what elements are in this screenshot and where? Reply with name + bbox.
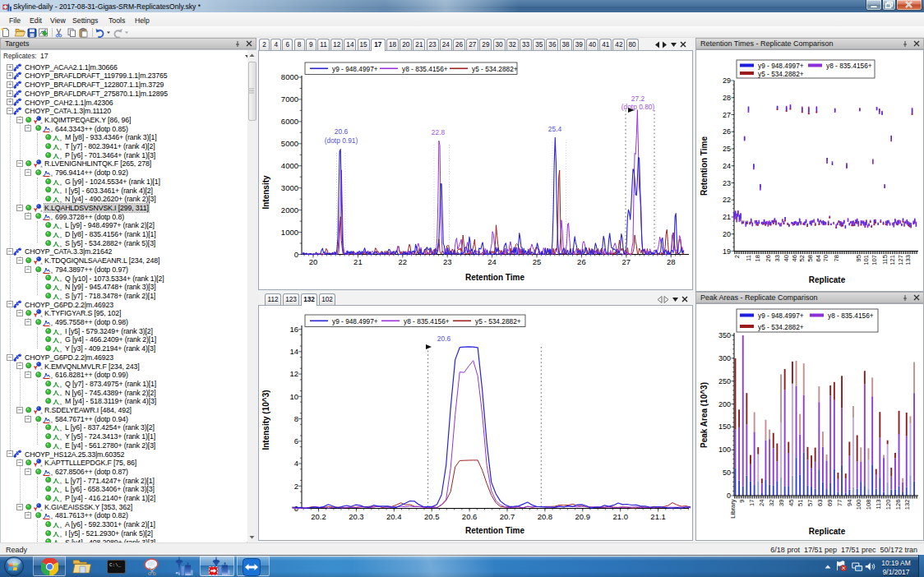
svg-text:52: 52 [798, 255, 806, 261]
svg-text:24: 24 [723, 162, 731, 170]
svg-text:28: 28 [723, 94, 731, 102]
svg-text:Replicate: Replicate [809, 527, 846, 536]
svg-text:3000: 3000 [281, 183, 298, 192]
svg-text:10: 10 [289, 392, 298, 401]
svg-text:0: 0 [727, 492, 731, 500]
svg-text:108: 108 [865, 500, 872, 510]
svg-text:95: 95 [855, 255, 862, 261]
svg-text:28: 28 [667, 257, 676, 266]
svg-text:32: 32 [768, 500, 775, 506]
svg-text:2: 2 [294, 482, 298, 491]
svg-text:51: 51 [797, 500, 804, 506]
svg-text:2000: 2000 [281, 205, 298, 215]
svg-text:Retention Time: Retention Time [700, 136, 709, 196]
svg-text:8: 8 [294, 414, 298, 423]
svg-text:40: 40 [783, 255, 790, 261]
svg-text:22: 22 [723, 196, 731, 204]
svg-text:y5 - 534.2882+: y5 - 534.2882+ [758, 70, 804, 78]
svg-text:C:\_: C:\_ [109, 562, 122, 568]
svg-text:24: 24 [487, 257, 497, 266]
svg-text:22.8: 22.8 [432, 128, 446, 136]
svg-text:25: 25 [533, 257, 542, 266]
svg-text:63: 63 [816, 500, 824, 506]
svg-text:y9 - 948.4997+: y9 - 948.4997+ [332, 317, 378, 325]
svg-text:Intensity (10^3): Intensity (10^3) [261, 390, 270, 450]
svg-text:46: 46 [791, 255, 798, 261]
svg-text:6: 6 [294, 436, 298, 445]
svg-text:Peak Area (10^3): Peak Area (10^3) [700, 382, 709, 448]
svg-text:25: 25 [723, 145, 731, 153]
svg-text:150: 150 [718, 422, 731, 431]
svg-text:22: 22 [399, 257, 408, 266]
svg-text:69: 69 [826, 500, 834, 506]
svg-text:29: 29 [723, 76, 731, 85]
svg-text:y9 - 948.4997+: y9 - 948.4997+ [758, 312, 804, 320]
svg-text:8000: 8000 [281, 72, 298, 81]
svg-text:20.6: 20.6 [335, 127, 349, 136]
svg-text:78: 78 [833, 255, 840, 261]
svg-text:12: 12 [289, 369, 298, 378]
svg-text:9: 9 [738, 500, 746, 503]
svg-text:200: 200 [718, 400, 731, 409]
svg-text:39: 39 [778, 500, 785, 506]
svg-text:115: 115 [881, 255, 889, 265]
svg-text:24: 24 [758, 500, 765, 506]
svg-text:19: 19 [723, 247, 731, 256]
svg-text:y8 - 835.4156+: y8 - 835.4156+ [402, 65, 448, 73]
svg-text:2: 2 [733, 255, 741, 258]
svg-text:4: 4 [294, 459, 298, 468]
svg-text:132: 132 [903, 500, 911, 510]
svg-text:70: 70 [822, 255, 829, 261]
svg-text:20.6: 20.6 [462, 512, 478, 521]
svg-text:250: 250 [718, 377, 731, 385]
svg-text:27.2: 27.2 [631, 95, 645, 103]
svg-text:20: 20 [723, 230, 731, 238]
svg-text:20.4: 20.4 [386, 512, 402, 521]
svg-text:y5 - 534.2882+: y5 - 534.2882+ [758, 323, 804, 331]
svg-text:Retention Time: Retention Time [465, 526, 524, 535]
svg-text:23: 23 [443, 257, 452, 266]
svg-text:20.8: 20.8 [538, 512, 553, 521]
svg-text:33: 33 [774, 255, 781, 261]
svg-text:133: 133 [904, 255, 912, 265]
svg-text:20.3: 20.3 [349, 512, 364, 521]
svg-text:20.2: 20.2 [311, 512, 326, 521]
svg-text:Retention Time: Retention Time [465, 273, 524, 282]
svg-text:94: 94 [846, 500, 853, 506]
svg-text:17: 17 [748, 500, 755, 506]
svg-text:20.7: 20.7 [500, 512, 515, 521]
svg-text:120: 120 [885, 500, 892, 510]
svg-text:y9 - 948.4997+: y9 - 948.4997+ [758, 62, 804, 70]
svg-text:Replicate: Replicate [809, 275, 846, 284]
svg-text:100: 100 [855, 500, 862, 510]
svg-text:50: 50 [723, 469, 731, 477]
svg-text:26: 26 [577, 257, 586, 266]
svg-text:7000: 7000 [281, 95, 298, 104]
svg-text:y9 - 948.4997+: y9 - 948.4997+ [332, 65, 378, 73]
svg-text:27: 27 [622, 257, 631, 266]
svg-text:0: 0 [294, 250, 298, 259]
svg-text:126: 126 [894, 500, 902, 510]
svg-text:21: 21 [723, 213, 731, 221]
svg-text:21.0: 21.0 [612, 512, 628, 521]
svg-text:25.4: 25.4 [548, 125, 562, 133]
svg-text:21: 21 [353, 257, 363, 266]
svg-text:64: 64 [815, 255, 822, 261]
svg-text:45: 45 [788, 500, 795, 506]
svg-text:300: 300 [718, 354, 731, 362]
svg-text:57: 57 [806, 500, 814, 506]
svg-text:77: 77 [836, 500, 843, 506]
svg-text:Library: Library [729, 499, 737, 518]
svg-text:127: 127 [897, 255, 904, 265]
svg-text:101: 101 [862, 255, 870, 265]
svg-text:y8 - 835.4156+: y8 - 835.4156+ [828, 312, 874, 320]
svg-text:350: 350 [718, 331, 731, 339]
svg-text:(dotp 0.80): (dotp 0.80) [621, 103, 655, 111]
svg-text:Intensity: Intensity [261, 175, 270, 210]
svg-text:14: 14 [289, 347, 298, 356]
svg-text:26: 26 [723, 127, 731, 136]
svg-text:16: 16 [289, 325, 298, 334]
svg-text:y5 - 534.2882+: y5 - 534.2882+ [472, 65, 518, 73]
svg-text:20.9: 20.9 [575, 512, 591, 521]
svg-text:21.1: 21.1 [650, 512, 666, 521]
